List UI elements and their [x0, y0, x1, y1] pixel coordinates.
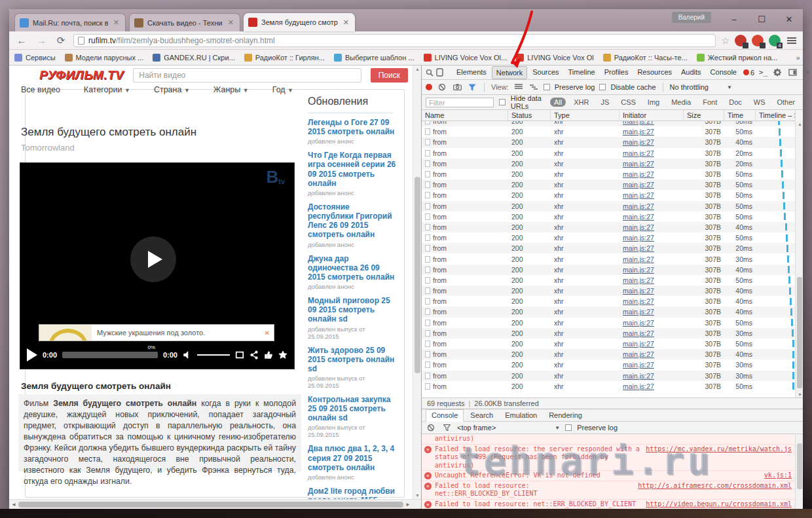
- initiator-link[interactable]: main.js:27: [623, 234, 654, 242]
- update-link[interactable]: Что Где Когда первая игра осенней серии …: [308, 151, 396, 188]
- scroll-right-icon[interactable]: ►: [405, 502, 411, 508]
- table-row[interactable]: from200xhrmain.js:27307B50ms: [422, 121, 796, 126]
- console-scrollbar[interactable]: [795, 434, 803, 509]
- console-scroll-thumb[interactable]: [797, 443, 802, 489]
- adguard-extension-icon[interactable]: [735, 35, 747, 46]
- page-hscroll-thumb[interactable]: [18, 502, 403, 508]
- drawer-tab-rendering[interactable]: Rendering: [544, 410, 587, 421]
- view-list-icon[interactable]: [513, 82, 524, 92]
- preserve-log-checkbox[interactable]: [544, 84, 550, 90]
- initiator-link[interactable]: main.js:27: [623, 361, 654, 369]
- scroll-up-icon[interactable]: ▲: [413, 67, 421, 71]
- bookmarks-overflow-chevron[interactable]: »: [796, 54, 800, 62]
- tab-close-icon[interactable]: ✕: [112, 18, 120, 27]
- initiator-link[interactable]: main.js:27: [623, 287, 654, 295]
- table-row[interactable]: from200xhrmain.js:27307B30ms: [422, 253, 796, 264]
- video-player[interactable]: Вtv Мужские украшения под золото. ✕ 0:00…: [20, 162, 295, 369]
- table-row[interactable]: from200xhrmain.js:27307B50ms: [422, 179, 796, 190]
- initiator-link[interactable]: main.js:27: [623, 266, 654, 274]
- console-source-link[interactable]: https://mc.yandex.ru/metrika/watch.js: [646, 445, 792, 470]
- initiator-link[interactable]: main.js:27: [623, 308, 654, 316]
- share-icon[interactable]: [249, 350, 259, 360]
- progress-bar[interactable]: 0%: [62, 352, 158, 358]
- site-search-button[interactable]: Поиск: [371, 68, 408, 83]
- filter-funnel-icon[interactable]: [467, 82, 477, 92]
- page-vscroll-thumb[interactable]: [415, 177, 420, 373]
- initiator-link[interactable]: main.js:27: [623, 138, 654, 146]
- back-button[interactable]: ←: [14, 35, 29, 46]
- site-nav-item[interactable]: Год ▼: [272, 85, 293, 94]
- table-row[interactable]: from200xhrmain.js:27307B50ms: [422, 232, 796, 243]
- initiator-link[interactable]: main.js:27: [623, 170, 654, 178]
- favorite-star-icon[interactable]: [278, 350, 287, 360]
- bookmark-item[interactable]: GANDEX.RU | Скри...: [153, 54, 235, 62]
- chrome-menu-icon[interactable]: [786, 36, 798, 45]
- type-filter-ws[interactable]: WS: [750, 98, 769, 107]
- table-row[interactable]: from200xhrmain.js:27307B40ms: [422, 222, 796, 232]
- fullscreen-icon[interactable]: [235, 350, 244, 360]
- bookmark-star-icon[interactable]: ☆: [721, 35, 729, 46]
- site-nav-item[interactable]: Категории ▼: [84, 85, 130, 94]
- table-row[interactable]: from200xhrmain.js:27307B20ms: [422, 243, 796, 253]
- type-filter-css[interactable]: CSS: [617, 98, 640, 107]
- bookmark-item[interactable]: Выберите шаблон ...: [334, 54, 415, 62]
- devtools-tab-console[interactable]: Console: [707, 66, 741, 79]
- screenshot-camera-icon[interactable]: [452, 82, 462, 92]
- update-link[interactable]: Два плюс два 1, 2, 3, 4 серия 27 09 2015…: [308, 444, 396, 472]
- view-waterfall-icon[interactable]: [528, 82, 539, 92]
- initiator-link[interactable]: main.js:27: [623, 149, 654, 157]
- console-source-link[interactable]: http://video.begun.ru/crossdomain.xml: [646, 500, 792, 509]
- table-row[interactable]: from200xhrmain.js:27307B40ms: [422, 286, 796, 296]
- initiator-link[interactable]: main.js:27: [623, 382, 654, 390]
- adblock-plus-extension-icon[interactable]: [752, 35, 764, 46]
- network-scroll-down-icon[interactable]: ▼: [796, 392, 804, 397]
- table-row[interactable]: from200xhrmain.js:27307B50ms: [422, 275, 796, 286]
- table-row[interactable]: from200xhrmain.js:27307B50ms: [422, 381, 796, 392]
- profile-badge[interactable]: Валерий: [672, 12, 711, 23]
- type-filter-media[interactable]: Media: [667, 98, 695, 107]
- frame-selector[interactable]: <top frame> ▼: [457, 424, 560, 432]
- initiator-link[interactable]: main.js:27: [623, 372, 654, 380]
- column-header[interactable]: Status: [508, 110, 551, 121]
- initiator-link[interactable]: main.js:27: [623, 350, 654, 358]
- browser-tab[interactable]: Земля будущего смотре✕: [244, 13, 355, 31]
- initiator-link[interactable]: main.js:27: [623, 223, 654, 231]
- column-header[interactable]: Size: [684, 110, 724, 121]
- table-row[interactable]: from200xhrmain.js:27307B40ms: [422, 137, 796, 147]
- network-filter-input[interactable]: Filter: [426, 98, 494, 107]
- forward-button[interactable]: →: [34, 35, 48, 46]
- tab-close-icon[interactable]: ✕: [342, 18, 350, 27]
- site-search-input[interactable]: Найти видео: [133, 68, 361, 83]
- volume-slider[interactable]: [197, 354, 230, 356]
- update-link[interactable]: Джуна дар одиночества 26 09 2015 смотрет…: [308, 254, 396, 282]
- table-row[interactable]: from200xhrmain.js:27307B40ms: [422, 265, 796, 275]
- throttling-select[interactable]: No throttling ▼: [670, 83, 732, 91]
- table-row[interactable]: from200xhrmain.js:27307B30ms: [422, 371, 796, 381]
- initiator-link[interactable]: main.js:27: [623, 276, 654, 284]
- drawer-tab-console[interactable]: Console: [426, 409, 464, 422]
- table-row[interactable]: from200xhrmain.js:27307B40ms: [422, 306, 796, 317]
- table-row[interactable]: from200xhrmain.js:27307B50ms: [422, 318, 796, 328]
- initiator-link[interactable]: main.js:27: [623, 191, 654, 199]
- type-filter-xhr[interactable]: XHR: [570, 98, 593, 107]
- initiator-link[interactable]: main.js:27: [623, 181, 654, 189]
- player-ad-banner[interactable]: Мужские украшения под золото. ✕: [39, 324, 274, 341]
- record-icon[interactable]: [426, 84, 432, 90]
- update-link[interactable]: Жить здорово 25 09 2015 смотреть онлайн …: [308, 346, 396, 373]
- devtools-tab-resources[interactable]: Resources: [633, 66, 676, 79]
- rds-bar-extension-icon[interactable]: 4: [769, 35, 781, 46]
- column-header[interactable]: Time: [724, 110, 756, 121]
- console-source-link[interactable]: http://s.aiframesrc.com/crossdomain.xml: [638, 482, 792, 498]
- table-row[interactable]: from200xhrmain.js:27307B30ms: [422, 360, 796, 370]
- play-icon[interactable]: [27, 348, 37, 361]
- type-filter-font[interactable]: Font: [699, 98, 721, 107]
- initiator-link[interactable]: main.js:27: [623, 202, 654, 210]
- site-nav-item[interactable]: Жанры ▼: [213, 85, 249, 94]
- table-row[interactable]: from200xhrmain.js:27307B50ms: [422, 212, 796, 222]
- bookmark-item[interactable]: LIVING Voice Vox Ol: [516, 54, 594, 62]
- settings-gear-icon[interactable]: [772, 67, 783, 78]
- browser-tab[interactable]: Mail.Ru: почта, поиск в и✕: [14, 13, 126, 31]
- table-row[interactable]: from200xhrmain.js:27307B50ms: [422, 169, 796, 179]
- initiator-link[interactable]: main.js:27: [623, 340, 654, 348]
- console-drawer-toggle[interactable]: >_: [759, 68, 767, 77]
